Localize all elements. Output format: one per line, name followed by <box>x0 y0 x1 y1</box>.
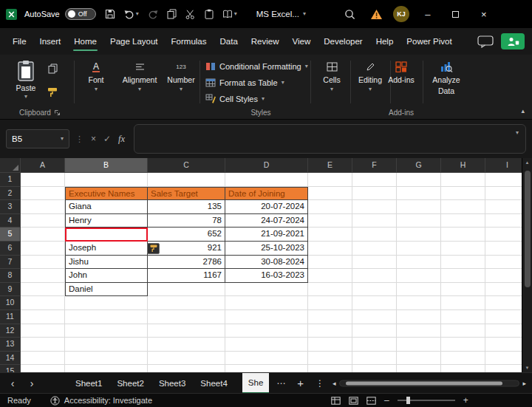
paste-options-icon[interactable] <box>205 9 214 19</box>
cell-I14[interactable] <box>485 352 522 366</box>
cell-F2[interactable] <box>352 187 397 201</box>
cell-H2[interactable] <box>441 187 485 201</box>
expand-formula-bar-icon[interactable]: ▾ <box>516 130 519 136</box>
cell-F13[interactable] <box>352 338 397 352</box>
cell-A9[interactable] <box>21 283 65 297</box>
column-header-C[interactable]: C <box>148 158 225 173</box>
insert-function-icon[interactable]: fx <box>118 134 125 145</box>
cell-G2[interactable] <box>397 187 441 201</box>
cell-H1[interactable] <box>441 173 485 187</box>
share-button[interactable] <box>501 33 525 49</box>
cell-B4[interactable]: Henry <box>65 214 148 228</box>
cell-F15[interactable] <box>352 365 397 372</box>
row-header-8[interactable]: 8 <box>0 269 21 283</box>
cell-B5[interactable] <box>65 228 148 242</box>
cell-I15[interactable] <box>485 365 522 372</box>
cell-A14[interactable] <box>21 352 65 366</box>
cell-F14[interactable] <box>352 352 397 366</box>
cell-A5[interactable] <box>21 228 65 242</box>
column-header-G[interactable]: G <box>397 158 441 173</box>
cell-I4[interactable] <box>485 214 522 228</box>
column-header-D[interactable]: D <box>225 158 308 173</box>
comment-icon[interactable] <box>477 35 494 48</box>
cell-A13[interactable] <box>21 338 65 352</box>
cell-G5[interactable] <box>397 228 441 242</box>
cell-G4[interactable] <box>397 214 441 228</box>
cell-A3[interactable] <box>21 200 65 214</box>
cell-E4[interactable] <box>308 214 352 228</box>
cell-A2[interactable] <box>21 187 65 201</box>
undo-icon[interactable]: ▾ <box>124 10 139 19</box>
cell-D3[interactable]: 20-07-2024 <box>225 200 308 214</box>
cell-B7[interactable]: Jishu <box>65 256 148 270</box>
cell-C12[interactable] <box>148 324 225 338</box>
cell-D6[interactable]: 25-10-2023 <box>225 242 308 256</box>
conditional-formatting-button[interactable]: Conditional Formatting▾ <box>205 58 316 74</box>
row-header-7[interactable]: 7 <box>0 256 21 270</box>
tab-sheet2[interactable]: Sheet2 <box>109 373 151 394</box>
cell-H11[interactable] <box>441 310 485 324</box>
cell-H8[interactable] <box>441 269 485 283</box>
menu-tab-review[interactable]: Review <box>245 28 286 55</box>
cell-B3[interactable]: Giana <box>65 200 148 214</box>
cell-E13[interactable] <box>308 338 352 352</box>
row-header-15[interactable]: 15 <box>0 365 21 372</box>
cell-A11[interactable] <box>21 310 65 324</box>
zoom-slider[interactable] <box>398 400 455 401</box>
cell-D7[interactable]: 30-08-2024 <box>225 256 308 270</box>
cell-I9[interactable] <box>485 283 522 297</box>
cell-D15[interactable] <box>225 365 308 372</box>
scroll-up-icon[interactable]: ▲ <box>525 160 530 165</box>
cell-D11[interactable] <box>225 310 308 324</box>
workbook-stats-icon[interactable]: ▾ <box>222 10 237 18</box>
ribbon-group-cells[interactable]: Cells ▾ <box>315 61 349 92</box>
cell-F5[interactable] <box>352 228 397 242</box>
cell-E15[interactable] <box>308 365 352 372</box>
accessibility-status[interactable]: Accessibility: Investigate <box>64 396 152 405</box>
copy-icon[interactable] <box>167 9 177 19</box>
cell-F10[interactable] <box>352 296 397 310</box>
cell-D4[interactable]: 24-07-2024 <box>225 214 308 228</box>
cell-A8[interactable] <box>21 269 65 283</box>
cell-G6[interactable] <box>397 242 441 256</box>
cell-F8[interactable] <box>352 269 397 283</box>
cell-C7[interactable]: 2786 <box>148 256 225 270</box>
cell-C10[interactable] <box>148 296 225 310</box>
row-header-12[interactable]: 12 <box>0 324 21 338</box>
cell-G15[interactable] <box>397 365 441 372</box>
select-all-button[interactable] <box>0 158 21 173</box>
page-break-view-icon[interactable] <box>366 397 376 405</box>
horizontal-scrollbar[interactable]: ◂ ▸ <box>332 380 526 386</box>
more-sheets-icon[interactable]: ⋯ <box>276 378 285 389</box>
cell-H10[interactable] <box>441 296 485 310</box>
cell-F4[interactable] <box>352 214 397 228</box>
cell-A4[interactable] <box>21 214 65 228</box>
cell-F6[interactable] <box>352 242 397 256</box>
cell-E12[interactable] <box>308 324 352 338</box>
menu-tab-home[interactable]: Home <box>67 28 103 55</box>
cell-E11[interactable] <box>308 310 352 324</box>
format-as-table-button[interactable]: Format as Table▾ <box>205 75 316 90</box>
menu-tab-page-layout[interactable]: Page Layout <box>103 28 165 55</box>
cell-C5[interactable]: 652 <box>148 228 225 242</box>
row-header-9[interactable]: 9 <box>0 283 21 297</box>
redo-icon[interactable] <box>148 10 158 19</box>
row-header-2[interactable]: 2 <box>0 187 21 201</box>
cell-G9[interactable] <box>397 283 441 297</box>
sheet-options-icon[interactable]: ⋮ <box>316 378 324 389</box>
cell-G1[interactable] <box>397 173 441 187</box>
cell-D10[interactable] <box>225 296 308 310</box>
normal-view-icon[interactable] <box>331 397 341 405</box>
cell-B6[interactable]: Joseph <box>65 242 148 256</box>
row-header-3[interactable]: 3 <box>0 200 21 214</box>
cell-H6[interactable] <box>441 242 485 256</box>
cell-G3[interactable] <box>397 200 441 214</box>
cell-H3[interactable] <box>441 200 485 214</box>
title-dropdown-icon[interactable]: ▾ <box>303 11 306 17</box>
cell-I1[interactable] <box>485 173 522 187</box>
cell-D9[interactable] <box>225 283 308 297</box>
cell-B12[interactable] <box>65 324 148 338</box>
cell-C8[interactable]: 1167 <box>148 269 225 283</box>
cell-E10[interactable] <box>308 296 352 310</box>
menu-tab-developer[interactable]: Developer <box>317 28 369 55</box>
